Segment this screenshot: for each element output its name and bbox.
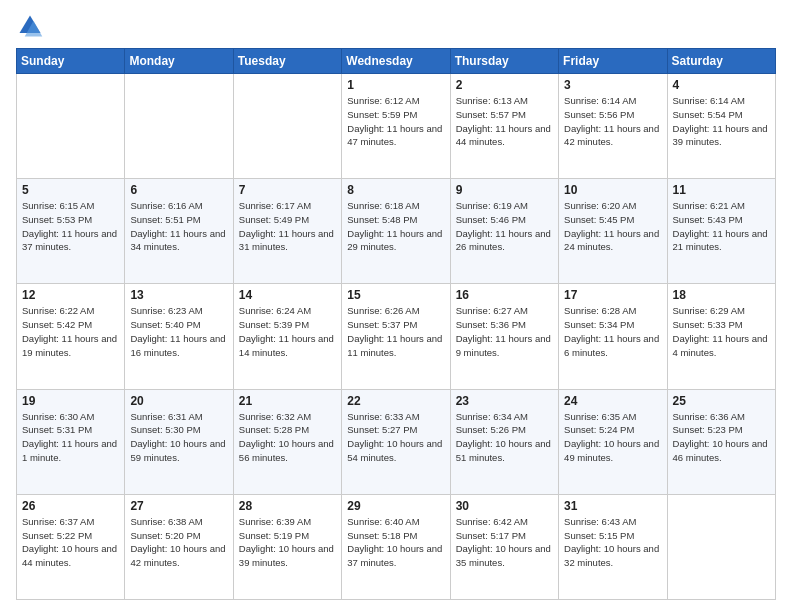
day-number: 12: [22, 288, 119, 302]
calendar-cell: 16Sunrise: 6:27 AM Sunset: 5:36 PM Dayli…: [450, 284, 558, 389]
day-info: Sunrise: 6:37 AM Sunset: 5:22 PM Dayligh…: [22, 515, 119, 570]
calendar-cell: 23Sunrise: 6:34 AM Sunset: 5:26 PM Dayli…: [450, 389, 558, 494]
calendar-cell: 24Sunrise: 6:35 AM Sunset: 5:24 PM Dayli…: [559, 389, 667, 494]
day-number: 19: [22, 394, 119, 408]
day-info: Sunrise: 6:15 AM Sunset: 5:53 PM Dayligh…: [22, 199, 119, 254]
day-number: 25: [673, 394, 770, 408]
day-info: Sunrise: 6:13 AM Sunset: 5:57 PM Dayligh…: [456, 94, 553, 149]
day-number: 16: [456, 288, 553, 302]
day-number: 26: [22, 499, 119, 513]
day-number: 5: [22, 183, 119, 197]
day-info: Sunrise: 6:30 AM Sunset: 5:31 PM Dayligh…: [22, 410, 119, 465]
calendar-cell: 12Sunrise: 6:22 AM Sunset: 5:42 PM Dayli…: [17, 284, 125, 389]
day-number: 27: [130, 499, 227, 513]
calendar-cell: 11Sunrise: 6:21 AM Sunset: 5:43 PM Dayli…: [667, 179, 775, 284]
weekday-header-monday: Monday: [125, 49, 233, 74]
day-info: Sunrise: 6:26 AM Sunset: 5:37 PM Dayligh…: [347, 304, 444, 359]
calendar-table: SundayMondayTuesdayWednesdayThursdayFrid…: [16, 48, 776, 600]
calendar-cell: 25Sunrise: 6:36 AM Sunset: 5:23 PM Dayli…: [667, 389, 775, 494]
calendar-cell: 1Sunrise: 6:12 AM Sunset: 5:59 PM Daylig…: [342, 74, 450, 179]
day-info: Sunrise: 6:34 AM Sunset: 5:26 PM Dayligh…: [456, 410, 553, 465]
day-number: 30: [456, 499, 553, 513]
day-number: 6: [130, 183, 227, 197]
day-info: Sunrise: 6:21 AM Sunset: 5:43 PM Dayligh…: [673, 199, 770, 254]
calendar-cell: 17Sunrise: 6:28 AM Sunset: 5:34 PM Dayli…: [559, 284, 667, 389]
day-info: Sunrise: 6:36 AM Sunset: 5:23 PM Dayligh…: [673, 410, 770, 465]
calendar-cell: 5Sunrise: 6:15 AM Sunset: 5:53 PM Daylig…: [17, 179, 125, 284]
day-info: Sunrise: 6:27 AM Sunset: 5:36 PM Dayligh…: [456, 304, 553, 359]
calendar-cell: 18Sunrise: 6:29 AM Sunset: 5:33 PM Dayli…: [667, 284, 775, 389]
calendar-cell: 10Sunrise: 6:20 AM Sunset: 5:45 PM Dayli…: [559, 179, 667, 284]
calendar-cell: 14Sunrise: 6:24 AM Sunset: 5:39 PM Dayli…: [233, 284, 341, 389]
logo-icon: [16, 12, 44, 40]
day-info: Sunrise: 6:17 AM Sunset: 5:49 PM Dayligh…: [239, 199, 336, 254]
calendar-cell: 30Sunrise: 6:42 AM Sunset: 5:17 PM Dayli…: [450, 494, 558, 599]
weekday-header-thursday: Thursday: [450, 49, 558, 74]
calendar-cell: 2Sunrise: 6:13 AM Sunset: 5:57 PM Daylig…: [450, 74, 558, 179]
day-number: 13: [130, 288, 227, 302]
calendar-week-3: 12Sunrise: 6:22 AM Sunset: 5:42 PM Dayli…: [17, 284, 776, 389]
day-info: Sunrise: 6:22 AM Sunset: 5:42 PM Dayligh…: [22, 304, 119, 359]
day-number: 1: [347, 78, 444, 92]
calendar-cell: 4Sunrise: 6:14 AM Sunset: 5:54 PM Daylig…: [667, 74, 775, 179]
day-number: 20: [130, 394, 227, 408]
calendar-cell: [17, 74, 125, 179]
day-number: 28: [239, 499, 336, 513]
day-info: Sunrise: 6:35 AM Sunset: 5:24 PM Dayligh…: [564, 410, 661, 465]
day-info: Sunrise: 6:18 AM Sunset: 5:48 PM Dayligh…: [347, 199, 444, 254]
calendar-cell: [125, 74, 233, 179]
day-info: Sunrise: 6:33 AM Sunset: 5:27 PM Dayligh…: [347, 410, 444, 465]
calendar-cell: 6Sunrise: 6:16 AM Sunset: 5:51 PM Daylig…: [125, 179, 233, 284]
calendar-cell: 20Sunrise: 6:31 AM Sunset: 5:30 PM Dayli…: [125, 389, 233, 494]
day-info: Sunrise: 6:23 AM Sunset: 5:40 PM Dayligh…: [130, 304, 227, 359]
day-info: Sunrise: 6:14 AM Sunset: 5:56 PM Dayligh…: [564, 94, 661, 149]
day-number: 24: [564, 394, 661, 408]
day-info: Sunrise: 6:39 AM Sunset: 5:19 PM Dayligh…: [239, 515, 336, 570]
day-number: 8: [347, 183, 444, 197]
day-info: Sunrise: 6:20 AM Sunset: 5:45 PM Dayligh…: [564, 199, 661, 254]
day-info: Sunrise: 6:29 AM Sunset: 5:33 PM Dayligh…: [673, 304, 770, 359]
calendar-cell: [667, 494, 775, 599]
day-number: 23: [456, 394, 553, 408]
day-number: 31: [564, 499, 661, 513]
page: SundayMondayTuesdayWednesdayThursdayFrid…: [0, 0, 792, 612]
day-info: Sunrise: 6:32 AM Sunset: 5:28 PM Dayligh…: [239, 410, 336, 465]
calendar-cell: 21Sunrise: 6:32 AM Sunset: 5:28 PM Dayli…: [233, 389, 341, 494]
calendar-cell: 13Sunrise: 6:23 AM Sunset: 5:40 PM Dayli…: [125, 284, 233, 389]
day-number: 2: [456, 78, 553, 92]
calendar-cell: 26Sunrise: 6:37 AM Sunset: 5:22 PM Dayli…: [17, 494, 125, 599]
day-info: Sunrise: 6:42 AM Sunset: 5:17 PM Dayligh…: [456, 515, 553, 570]
day-info: Sunrise: 6:28 AM Sunset: 5:34 PM Dayligh…: [564, 304, 661, 359]
day-number: 17: [564, 288, 661, 302]
day-info: Sunrise: 6:40 AM Sunset: 5:18 PM Dayligh…: [347, 515, 444, 570]
calendar-cell: 3Sunrise: 6:14 AM Sunset: 5:56 PM Daylig…: [559, 74, 667, 179]
day-info: Sunrise: 6:43 AM Sunset: 5:15 PM Dayligh…: [564, 515, 661, 570]
calendar-body: 1Sunrise: 6:12 AM Sunset: 5:59 PM Daylig…: [17, 74, 776, 600]
logo: [16, 12, 48, 40]
calendar-cell: [233, 74, 341, 179]
day-number: 11: [673, 183, 770, 197]
day-info: Sunrise: 6:12 AM Sunset: 5:59 PM Dayligh…: [347, 94, 444, 149]
day-info: Sunrise: 6:16 AM Sunset: 5:51 PM Dayligh…: [130, 199, 227, 254]
day-number: 10: [564, 183, 661, 197]
day-number: 9: [456, 183, 553, 197]
header: [16, 12, 776, 40]
day-number: 15: [347, 288, 444, 302]
calendar-cell: 7Sunrise: 6:17 AM Sunset: 5:49 PM Daylig…: [233, 179, 341, 284]
calendar-cell: 22Sunrise: 6:33 AM Sunset: 5:27 PM Dayli…: [342, 389, 450, 494]
weekday-header-row: SundayMondayTuesdayWednesdayThursdayFrid…: [17, 49, 776, 74]
weekday-header-wednesday: Wednesday: [342, 49, 450, 74]
weekday-header-saturday: Saturday: [667, 49, 775, 74]
weekday-header-tuesday: Tuesday: [233, 49, 341, 74]
calendar-cell: 9Sunrise: 6:19 AM Sunset: 5:46 PM Daylig…: [450, 179, 558, 284]
day-info: Sunrise: 6:31 AM Sunset: 5:30 PM Dayligh…: [130, 410, 227, 465]
day-info: Sunrise: 6:38 AM Sunset: 5:20 PM Dayligh…: [130, 515, 227, 570]
weekday-header-friday: Friday: [559, 49, 667, 74]
day-number: 18: [673, 288, 770, 302]
calendar-cell: 27Sunrise: 6:38 AM Sunset: 5:20 PM Dayli…: [125, 494, 233, 599]
day-info: Sunrise: 6:19 AM Sunset: 5:46 PM Dayligh…: [456, 199, 553, 254]
calendar-week-5: 26Sunrise: 6:37 AM Sunset: 5:22 PM Dayli…: [17, 494, 776, 599]
day-number: 29: [347, 499, 444, 513]
day-number: 3: [564, 78, 661, 92]
calendar-week-2: 5Sunrise: 6:15 AM Sunset: 5:53 PM Daylig…: [17, 179, 776, 284]
